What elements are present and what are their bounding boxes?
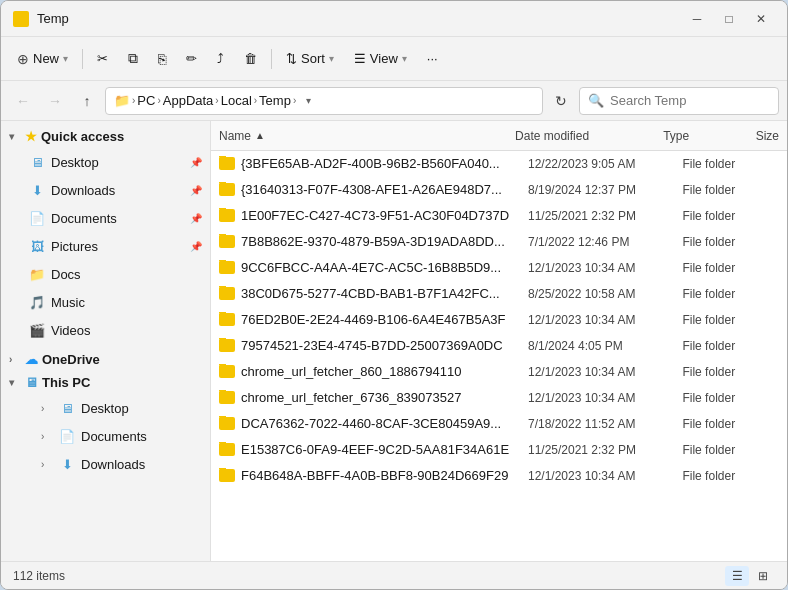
path-dropdown-button[interactable]: ▾ <box>298 91 318 111</box>
onedrive-icon: ☁ <box>25 352 38 367</box>
back-button[interactable]: ← <box>9 87 37 115</box>
table-row[interactable]: 7B8B862E-9370-4879-B59A-3D19ADA8DD... 7/… <box>211 229 787 255</box>
thispc-downloads-icon: ⬇ <box>59 456 75 472</box>
view-icon: ☰ <box>354 51 366 66</box>
sidebar-item-docs-label: Docs <box>51 267 81 282</box>
sidebar-item-pictures-label: Pictures <box>51 239 98 254</box>
sidebar-item-videos-label: Videos <box>51 323 91 338</box>
sidebar-item-videos[interactable]: 🎬 Videos <box>1 316 210 344</box>
thispc-expand-icon: ▾ <box>9 377 21 388</box>
cut-button[interactable]: ✂ <box>89 43 116 75</box>
file-name-cell: 38C0D675-5277-4CBD-BAB1-B7F1A42FC... <box>219 286 528 301</box>
file-date: 8/19/2024 12:37 PM <box>528 183 682 197</box>
thispc-desktop-expand-icon: › <box>41 403 53 414</box>
sidebar-item-documents[interactable]: 📄 Documents 📌 <box>1 204 210 232</box>
share-icon: ⤴ <box>217 51 224 66</box>
share-button[interactable]: ⤴ <box>209 43 232 75</box>
file-date: 7/18/2022 11:52 AM <box>528 417 682 431</box>
search-input[interactable] <box>610 93 770 108</box>
onedrive-header[interactable]: › ☁ OneDrive <box>1 348 210 371</box>
minimize-button[interactable]: ─ <box>683 8 711 30</box>
sidebar-item-downloads[interactable]: ⬇ Downloads 📌 <box>1 176 210 204</box>
file-name-cell: 76ED2B0E-2E24-4469-B106-6A4E467B5A3F <box>219 312 528 327</box>
file-name-cell: E15387C6-0FA9-4EEF-9C2D-5AA81F34A61E <box>219 442 528 457</box>
file-date: 11/25/2021 2:32 PM <box>528 209 682 223</box>
sidebar-item-desktop[interactable]: 🖥 Desktop 📌 <box>1 148 210 176</box>
file-date: 12/1/2023 10:34 AM <box>528 365 682 379</box>
up-button[interactable]: ↑ <box>73 87 101 115</box>
thispc-header[interactable]: ▾ 🖥 This PC <box>1 371 210 394</box>
view-button[interactable]: ☰ View ▾ <box>346 43 415 75</box>
table-row[interactable]: {3BFE65AB-AD2F-400B-96B2-B560FA040... 12… <box>211 151 787 177</box>
file-type: File folder <box>682 391 779 405</box>
file-list: {3BFE65AB-AD2F-400B-96B2-B560FA040... 12… <box>211 151 787 561</box>
title-bar-controls: ─ □ ✕ <box>683 8 775 30</box>
path-chevron-0: › <box>132 95 135 106</box>
sidebar: ▾ ★ Quick access 🖥 Desktop 📌 ⬇ Downloads… <box>1 121 211 561</box>
sidebar-item-desktop-label: Desktop <box>51 155 99 170</box>
col-size-header[interactable]: Size <box>756 129 779 143</box>
table-row[interactable]: chrome_url_fetcher_6736_839073527 12/1/2… <box>211 385 787 411</box>
quick-access-header[interactable]: ▾ ★ Quick access <box>1 125 210 148</box>
address-bar: ← → ↑ 📁 › PC › AppData › Local › Temp › … <box>1 81 787 121</box>
window: Temp ─ □ ✕ ⊕ New ▾ ✂ ⧉ ⎘ ✏ ⤴ 🗑 <box>0 0 788 590</box>
file-area: Name ▲ Date modified Type Size {3BFE65AB… <box>211 121 787 561</box>
pin-icon-pictures: 📌 <box>190 241 202 252</box>
onedrive-label: OneDrive <box>42 352 100 367</box>
file-name-text: 9CC6FBCC-A4AA-4E7C-AC5C-16B8B5D9... <box>241 260 501 275</box>
main-content: ▾ ★ Quick access 🖥 Desktop 📌 ⬇ Downloads… <box>1 121 787 561</box>
forward-button[interactable]: → <box>41 87 69 115</box>
copy-button[interactable]: ⧉ <box>120 43 146 75</box>
table-row[interactable]: 1E00F7EC-C427-4C73-9F51-AC30F04D737D 11/… <box>211 203 787 229</box>
file-name-cell: 1E00F7EC-C427-4C73-9F51-AC30F04D737D <box>219 208 528 223</box>
rename-button[interactable]: ✏ <box>178 43 205 75</box>
new-button[interactable]: ⊕ New ▾ <box>9 43 76 75</box>
title-bar: Temp ─ □ ✕ <box>1 1 787 37</box>
sidebar-item-music[interactable]: 🎵 Music <box>1 288 210 316</box>
thispc-documents-item[interactable]: › 📄 Documents <box>1 422 210 450</box>
path-segment-temp: Temp <box>259 93 291 108</box>
table-row[interactable]: 9CC6FBCC-A4AA-4E7C-AC5C-16B8B5D9... 12/1… <box>211 255 787 281</box>
table-row[interactable]: 38C0D675-5277-4CBD-BAB1-B7F1A42FC... 8/2… <box>211 281 787 307</box>
sidebar-item-pictures[interactable]: 🖼 Pictures 📌 <box>1 232 210 260</box>
list-view-button[interactable]: ☰ <box>725 566 749 586</box>
videos-icon: 🎬 <box>29 322 45 338</box>
maximize-button[interactable]: □ <box>715 8 743 30</box>
folder-icon <box>219 443 235 456</box>
sidebar-item-docs[interactable]: 📁 Docs <box>1 260 210 288</box>
more-button[interactable]: ··· <box>419 43 446 75</box>
file-type: File folder <box>682 183 779 197</box>
address-path[interactable]: 📁 › PC › AppData › Local › Temp › ▾ <box>105 87 543 115</box>
path-chevron-3: › <box>254 95 257 106</box>
folder-icon <box>219 183 235 196</box>
grid-view-button[interactable]: ⊞ <box>751 566 775 586</box>
thispc-downloads-item[interactable]: › ⬇ Downloads <box>1 450 210 478</box>
file-name-text: F64B648A-BBFF-4A0B-BBF8-90B24D669F29 <box>241 468 508 483</box>
search-icon: 🔍 <box>588 93 604 108</box>
table-row[interactable]: 79574521-23E4-4745-B7DD-25007369A0DC 8/1… <box>211 333 787 359</box>
file-type: File folder <box>682 443 779 457</box>
col-name-header[interactable]: Name ▲ <box>219 129 515 143</box>
table-row[interactable]: chrome_url_fetcher_860_1886794110 12/1/2… <box>211 359 787 385</box>
table-row[interactable]: E15387C6-0FA9-4EEF-9C2D-5AA81F34A61E 11/… <box>211 437 787 463</box>
paste-button[interactable]: ⎘ <box>150 43 174 75</box>
documents-icon: 📄 <box>29 210 45 226</box>
col-date-header[interactable]: Date modified <box>515 129 663 143</box>
table-row[interactable]: 76ED2B0E-2E24-4469-B106-6A4E467B5A3F 12/… <box>211 307 787 333</box>
file-name-text: {31640313-F07F-4308-AFE1-A26AE948D7... <box>241 182 502 197</box>
file-name-cell: {3BFE65AB-AD2F-400B-96B2-B560FA040... <box>219 156 528 171</box>
refresh-button[interactable]: ↻ <box>547 87 575 115</box>
col-type-header[interactable]: Type <box>663 129 756 143</box>
delete-button[interactable]: 🗑 <box>236 43 265 75</box>
file-type: File folder <box>682 235 779 249</box>
thispc-documents-label: Documents <box>81 429 147 444</box>
table-row[interactable]: F64B648A-BBFF-4A0B-BBF8-90B24D669F29 12/… <box>211 463 787 489</box>
sort-button[interactable]: ⇅ Sort ▾ <box>278 43 342 75</box>
file-name-cell: 9CC6FBCC-A4AA-4E7C-AC5C-16B8B5D9... <box>219 260 528 275</box>
table-row[interactable]: {31640313-F07F-4308-AFE1-A26AE948D7... 8… <box>211 177 787 203</box>
table-row[interactable]: DCA76362-7022-4460-8CAF-3CE80459A9... 7/… <box>211 411 787 437</box>
close-button[interactable]: ✕ <box>747 8 775 30</box>
music-icon: 🎵 <box>29 294 45 310</box>
thispc-desktop-item[interactable]: › 🖥 Desktop <box>1 394 210 422</box>
thispc-icon: 🖥 <box>25 375 38 390</box>
